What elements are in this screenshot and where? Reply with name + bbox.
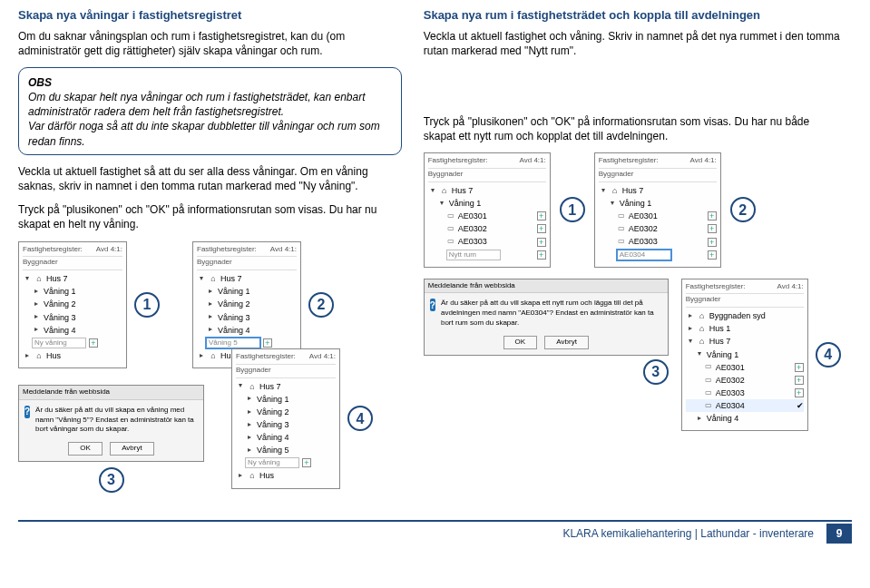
caret-right-icon[interactable] bbox=[245, 420, 254, 429]
tree-item-floor[interactable]: Våning 4 bbox=[257, 432, 289, 443]
caret-right-icon[interactable] bbox=[686, 311, 695, 320]
caret-right-icon[interactable] bbox=[32, 300, 41, 309]
tree-item-floor[interactable]: Våning 1 bbox=[620, 198, 652, 209]
obs-callout: OBS Om du skapar helt nya våningar och r… bbox=[18, 67, 402, 155]
question-icon bbox=[24, 406, 30, 418]
caret-down-icon[interactable] bbox=[23, 274, 32, 283]
caret-right-icon[interactable] bbox=[197, 351, 206, 360]
caret-right-icon[interactable] bbox=[245, 395, 254, 404]
caret-right-icon[interactable] bbox=[23, 351, 32, 360]
tree-item-building[interactable]: Hus bbox=[259, 470, 274, 481]
caret-down-icon[interactable] bbox=[428, 186, 437, 195]
caret-right-icon[interactable] bbox=[32, 326, 41, 335]
plus-icon[interactable] bbox=[708, 211, 717, 220]
tree-item-floor[interactable]: Våning 1 bbox=[449, 198, 482, 209]
tree-header-right: Avd 4:1: bbox=[777, 282, 804, 292]
dialog-ok-button[interactable]: OK bbox=[68, 442, 103, 456]
building-icon bbox=[698, 324, 707, 333]
caret-down-icon[interactable] bbox=[437, 199, 446, 208]
plus-icon[interactable] bbox=[537, 211, 546, 220]
tree-item-room[interactable]: AE0302 bbox=[629, 223, 658, 234]
plus-icon[interactable] bbox=[795, 363, 804, 372]
plus-icon[interactable] bbox=[795, 388, 804, 397]
page-footer: KLARA kemikaliehantering | Lathundar - i… bbox=[18, 520, 852, 544]
new-floor-input[interactable]: Ny våning bbox=[32, 338, 86, 348]
tree-item-room[interactable]: AE0303 bbox=[458, 236, 487, 247]
tree-item-building[interactable]: Hus 7 bbox=[46, 273, 68, 284]
new-room-input[interactable]: Nytt rum bbox=[446, 250, 501, 260]
new-room-input[interactable]: AE0304 bbox=[617, 250, 671, 260]
dialog-cancel-button[interactable]: Avbryt bbox=[110, 442, 154, 456]
caret-down-icon[interactable] bbox=[686, 338, 695, 347]
plus-icon[interactable] bbox=[302, 458, 311, 467]
tree-subhead: Byggnader bbox=[197, 258, 232, 268]
caret-down-icon[interactable] bbox=[695, 350, 704, 359]
plus-icon[interactable] bbox=[537, 224, 546, 233]
building-icon bbox=[698, 311, 707, 320]
caret-right-icon[interactable] bbox=[32, 287, 41, 296]
caret-right-icon[interactable] bbox=[245, 446, 254, 455]
tree-item-floor[interactable]: Våning 1 bbox=[44, 286, 76, 297]
tree-header-right: Avd 4:1: bbox=[690, 156, 717, 166]
tree-item-floor[interactable]: Våning 3 bbox=[44, 312, 76, 323]
tree-item-room[interactable]: AE0304 bbox=[716, 400, 745, 411]
tree-item-room[interactable]: AE0301 bbox=[716, 362, 745, 373]
tree-item-room[interactable]: AE0301 bbox=[629, 211, 658, 221]
plus-icon[interactable] bbox=[89, 338, 98, 348]
plus-icon[interactable] bbox=[708, 224, 717, 233]
caret-down-icon[interactable] bbox=[197, 274, 206, 283]
tree-item-floor[interactable]: Våning 1 bbox=[707, 349, 739, 360]
tree-item-floor[interactable]: Våning 2 bbox=[44, 299, 76, 309]
caret-down-icon[interactable] bbox=[608, 199, 617, 208]
tree-item-floor[interactable]: Våning 1 bbox=[218, 286, 250, 297]
caret-right-icon[interactable] bbox=[236, 472, 245, 481]
caret-right-icon[interactable] bbox=[206, 287, 215, 296]
tree-item-building[interactable]: Hus 7 bbox=[259, 381, 281, 392]
tree-item-floor[interactable]: Våning 4 bbox=[707, 413, 739, 424]
caret-right-icon[interactable] bbox=[32, 313, 41, 322]
tree-item-room[interactable]: AE0303 bbox=[629, 236, 658, 247]
building-icon bbox=[698, 338, 707, 347]
tree-item-room[interactable]: AE0302 bbox=[458, 223, 487, 234]
right-step-paragraph: Tryck på "plusikonen" och "OK" på inform… bbox=[424, 114, 841, 143]
tree-item-building[interactable]: Hus 7 bbox=[709, 336, 731, 347]
left-section-title: Skapa nya våningar i fastighetsregistret bbox=[18, 7, 402, 24]
tree-item-floor[interactable]: Våning 4 bbox=[218, 325, 250, 336]
caret-right-icon[interactable] bbox=[695, 414, 704, 423]
building-icon bbox=[209, 274, 218, 283]
plus-icon[interactable] bbox=[537, 250, 546, 260]
plus-icon[interactable] bbox=[263, 338, 272, 348]
tree-item-building[interactable]: Hus 7 bbox=[220, 273, 242, 284]
tree-item-building[interactable]: Byggnaden syd bbox=[709, 310, 766, 321]
plus-icon[interactable] bbox=[537, 238, 546, 247]
tree-item-floor[interactable]: Våning 3 bbox=[218, 312, 250, 323]
tree-item-room[interactable]: AE0301 bbox=[458, 211, 487, 221]
plus-icon[interactable] bbox=[708, 238, 717, 247]
tree-item-floor[interactable]: Våning 2 bbox=[257, 407, 289, 417]
caret-down-icon[interactable] bbox=[236, 382, 245, 391]
caret-right-icon[interactable] bbox=[245, 407, 254, 416]
new-floor-input[interactable]: Ny våning bbox=[245, 457, 299, 468]
plus-icon[interactable] bbox=[795, 376, 804, 385]
tree-item-room[interactable]: AE0303 bbox=[716, 387, 745, 398]
tree-item-floor[interactable]: Våning 1 bbox=[257, 394, 289, 405]
tree-item-floor[interactable]: Våning 5 bbox=[257, 445, 289, 456]
dialog-ok-button[interactable]: OK bbox=[503, 336, 538, 349]
caret-down-icon[interactable] bbox=[599, 186, 608, 195]
caret-right-icon[interactable] bbox=[206, 300, 215, 309]
tree-item-floor[interactable]: Våning 4 bbox=[44, 325, 76, 336]
caret-right-icon[interactable] bbox=[245, 433, 254, 442]
plus-icon[interactable] bbox=[708, 250, 717, 260]
tree-item-building[interactable]: Hus 7 bbox=[452, 185, 474, 196]
caret-right-icon[interactable] bbox=[206, 326, 215, 335]
caret-right-icon[interactable] bbox=[686, 324, 695, 333]
tree-item-building[interactable]: Hus 7 bbox=[622, 185, 644, 196]
tree-item-floor[interactable]: Våning 2 bbox=[218, 299, 250, 309]
caret-right-icon[interactable] bbox=[206, 313, 215, 322]
dialog-cancel-button[interactable]: Avbryt bbox=[544, 336, 589, 349]
tree-item-building[interactable]: Hus bbox=[46, 350, 61, 361]
tree-item-floor[interactable]: Våning 3 bbox=[257, 419, 289, 430]
tree-item-building[interactable]: Hus 1 bbox=[709, 323, 731, 334]
tree-item-room[interactable]: AE0302 bbox=[716, 375, 745, 386]
new-floor-input[interactable]: Våning 5 bbox=[206, 338, 260, 348]
